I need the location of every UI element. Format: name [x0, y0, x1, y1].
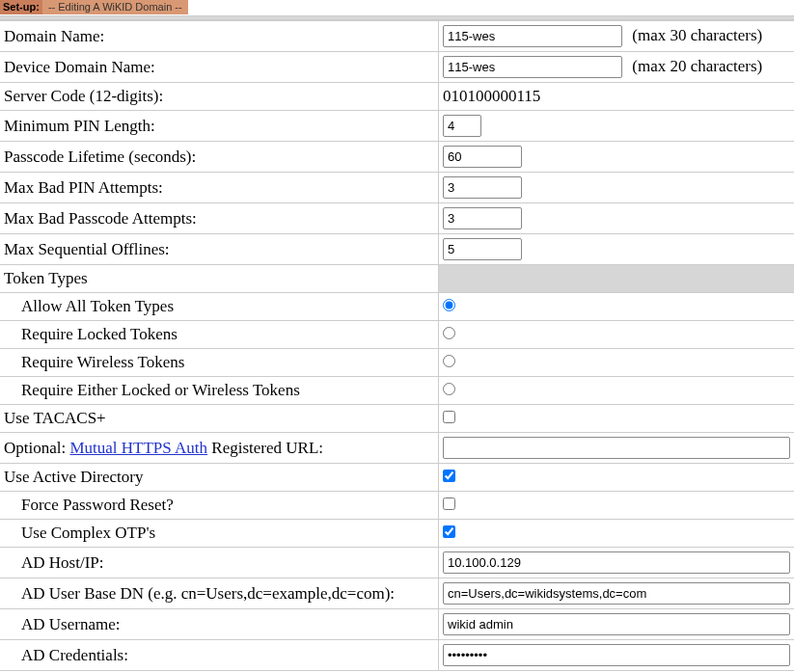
- label-req-either: Require Either Locked or Wireless Tokens: [0, 377, 439, 405]
- label-domain-name: Domain Name:: [0, 21, 439, 52]
- token-types-header-cell: [439, 265, 795, 293]
- radio-req-locked[interactable]: [443, 327, 455, 339]
- mutual-https-link[interactable]: Mutual HTTPS Auth: [69, 439, 207, 457]
- label-passcode-lifetime: Passcode Lifetime (seconds):: [0, 142, 439, 173]
- header-setup-label: Set-up:: [0, 0, 42, 14]
- label-force-pw-reset: Force Password Reset?: [0, 492, 439, 520]
- label-registered-url: Optional: Mutual HTTPS Auth Registered U…: [0, 433, 439, 464]
- domain-name-input[interactable]: [443, 25, 622, 47]
- radio-req-either[interactable]: [443, 383, 455, 395]
- label-max-bad-pin: Max Bad PIN Attempts:: [0, 173, 439, 203]
- max-seq-offlines-input[interactable]: [443, 238, 522, 260]
- check-use-ad[interactable]: [443, 470, 455, 482]
- check-use-complex-otp[interactable]: [443, 525, 455, 538]
- label-allow-all: Allow All Token Types: [0, 293, 439, 321]
- label-device-domain-name: Device Domain Name:: [0, 52, 439, 83]
- header-title: -- Editing A WiKID Domain --: [42, 0, 188, 14]
- label-req-locked: Require Locked Tokens: [0, 321, 439, 349]
- registered-url-suffix: Registered URL:: [207, 439, 323, 457]
- label-server-code: Server Code (12-digits):: [0, 83, 439, 111]
- page-header: Set-up: -- Editing A WiKID Domain --: [0, 0, 794, 14]
- ad-username-input[interactable]: [443, 613, 790, 635]
- label-max-bad-passcode: Max Bad Passcode Attempts:: [0, 203, 439, 234]
- ad-credentials-input[interactable]: [443, 644, 790, 666]
- hint-max20: (max 20 characters): [632, 57, 762, 75]
- label-ad-base-dn: AD User Base DN (e.g. cn=Users,dc=exampl…: [0, 578, 439, 609]
- hint-max30: (max 30 characters): [632, 26, 762, 44]
- server-code-value: 010100000115: [439, 83, 795, 111]
- device-domain-name-input[interactable]: [443, 56, 622, 78]
- label-use-tacacs: Use TACACS+: [0, 405, 439, 433]
- max-bad-passcode-input[interactable]: [443, 207, 522, 229]
- radio-req-wireless[interactable]: [443, 355, 455, 367]
- settings-table: Domain Name: (max 30 characters) Device …: [0, 20, 794, 672]
- max-bad-pin-input[interactable]: [443, 176, 522, 199]
- label-max-seq-offlines: Max Sequential Offlines:: [0, 234, 439, 265]
- ad-base-dn-input[interactable]: [443, 582, 790, 605]
- label-token-types: Token Types: [0, 265, 439, 293]
- registered-url-input[interactable]: [443, 437, 790, 459]
- ad-host-input[interactable]: [443, 551, 790, 574]
- optional-prefix: Optional:: [4, 439, 69, 457]
- label-use-complex-otp: Use Complex OTP's: [0, 520, 439, 548]
- check-force-pw-reset[interactable]: [443, 497, 455, 510]
- label-ad-username: AD Username:: [0, 609, 439, 640]
- radio-allow-all[interactable]: [443, 299, 455, 311]
- label-req-wireless: Require Wireless Tokens: [0, 349, 439, 377]
- label-ad-credentials: AD Credentials:: [0, 640, 439, 671]
- label-min-pin: Minimum PIN Length:: [0, 111, 439, 142]
- label-ad-host: AD Host/IP:: [0, 548, 439, 578]
- min-pin-input[interactable]: [443, 115, 481, 137]
- check-use-tacacs[interactable]: [443, 411, 455, 423]
- passcode-lifetime-input[interactable]: [443, 146, 522, 168]
- label-use-ad: Use Active Directory: [0, 464, 439, 492]
